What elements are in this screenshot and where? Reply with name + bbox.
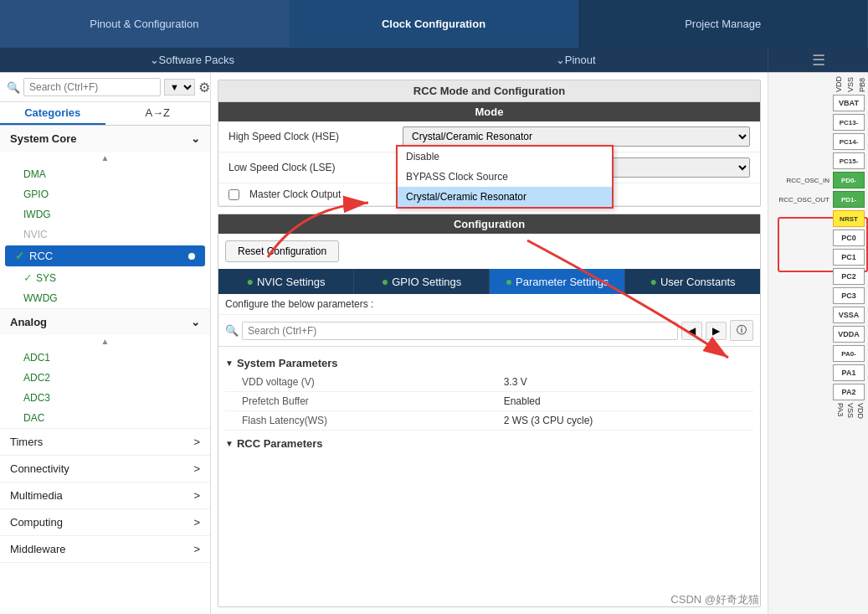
sidebar-item-sys[interactable]: ✓ SYS xyxy=(0,267,210,288)
pin-pa1-box[interactable]: PA1 xyxy=(833,364,865,381)
vss-bottom-label: VSS xyxy=(846,403,855,419)
top-tab-bar: Pinout & Configuration Clock Configurati… xyxy=(0,0,868,48)
pin-vdda: VDDA xyxy=(771,325,865,343)
tab-gpio-settings[interactable]: ● GPIO Settings xyxy=(354,269,490,294)
vdd-top-label: VDD xyxy=(835,76,843,92)
pin-vdda-box[interactable]: VDDA xyxy=(833,326,865,343)
gear-icon[interactable]: ⚙ xyxy=(198,80,210,95)
sidebar-group-computing: Computing > xyxy=(0,509,210,536)
sidebar-item-adc3[interactable]: ADC3 xyxy=(0,388,210,408)
reset-configuration-button[interactable]: Reset Configuration xyxy=(225,240,339,262)
sidebar-group-connectivity-header[interactable]: Connectivity > xyxy=(0,456,210,482)
sidebar-group-multimedia-header[interactable]: Multimedia > xyxy=(0,482,210,508)
pin-pc2-box[interactable]: PC2 xyxy=(833,268,865,285)
pa3-bottom-label: PA3 xyxy=(836,403,845,419)
sidebar-item-dma[interactable]: DMA xyxy=(0,164,210,184)
pin-pa0-box[interactable]: PA0- xyxy=(833,345,865,362)
tab-nvic-settings[interactable]: ● NVIC Settings xyxy=(218,269,354,294)
sidebar-group-middleware-header[interactable]: Middleware > xyxy=(0,536,210,562)
sub-nav-software-packs[interactable]: ⌄ Software Packs xyxy=(0,48,384,72)
hse-select[interactable]: Crystal/Ceramic Resonator xyxy=(403,126,750,147)
pin-rcc-osc-out: RCC_OSC_OUT PD1- xyxy=(771,190,865,209)
system-params-table: VDD voltage (V) 3.3 V Prefetch Buffer En… xyxy=(225,373,753,431)
sidebar-item-rcc[interactable]: ✓ RCC xyxy=(5,245,205,266)
sidebar-item-wwdg[interactable]: WWDG xyxy=(0,288,210,308)
sidebar-item-gpio[interactable]: GPIO xyxy=(0,184,210,204)
dropdown-option-crystal[interactable]: Crystal/Ceramic Resonator xyxy=(398,187,612,207)
pin-pc15: PC15- xyxy=(771,152,865,170)
pin-pc2: PC2 xyxy=(771,267,865,286)
pin-rcc-osc-in: RCC_OSC_IN PD0- xyxy=(771,171,865,189)
chip-pins: VDD VSS PB8 VBAT PC13- PC14- xyxy=(768,73,868,614)
pin-vssa-box[interactable]: VSSA xyxy=(833,307,865,323)
pin-pc0: PC0 xyxy=(771,229,865,247)
sidebar-item-adc1[interactable]: ADC1 xyxy=(0,348,210,368)
master-clock-checkbox[interactable] xyxy=(229,189,239,200)
pin-pc1-box[interactable]: PC1 xyxy=(833,249,865,266)
table-row: VDD voltage (V) 3.3 V xyxy=(225,373,753,392)
hse-row: High Speed Clock (HSE) Crystal/Ceramic R… xyxy=(218,121,760,152)
sidebar-tab-row: Categories A→Z xyxy=(0,102,210,126)
sidebar-item-dac[interactable]: DAC xyxy=(0,408,210,428)
pin-nrst-box[interactable]: NRST xyxy=(833,210,865,227)
tab-pinout[interactable]: Pinout & Configuration xyxy=(0,0,290,48)
pin-pc13-box[interactable]: PC13- xyxy=(833,114,865,131)
pin-pa2-box[interactable]: PA2 xyxy=(833,384,865,400)
sidebar-item-iwdg[interactable]: IWDG xyxy=(0,204,210,224)
sidebar-group-timers-header[interactable]: Timers > xyxy=(0,429,210,455)
sidebar-item-nvic[interactable]: NVIC xyxy=(0,224,210,245)
config-header: Configuration xyxy=(218,214,760,234)
dropdown-option-bypass[interactable]: BYPASS Clock Source xyxy=(398,167,612,187)
sidebar-group-timers: Timers > xyxy=(0,429,210,456)
tab-clock[interactable]: Clock Configuration xyxy=(290,0,579,48)
param-search-input[interactable] xyxy=(242,322,678,340)
sidebar-search-dropdown[interactable]: ▼ xyxy=(164,79,195,95)
param-name-vdd: VDD voltage (V) xyxy=(225,373,497,392)
pin-pa0: PA0- xyxy=(771,344,865,363)
vss-top-label: VSS xyxy=(846,76,855,92)
rcc-indicator xyxy=(188,253,195,260)
pin-pc0-box[interactable]: PC0 xyxy=(833,230,865,246)
top-labels: VDD VSS PB8 xyxy=(768,76,868,92)
tab-az[interactable]: A→Z xyxy=(105,102,211,125)
main-layout: 🔍 ▼ ⚙ Categories A→Z System Core ⌄ ▲ DMA xyxy=(0,73,868,614)
user-check-icon: ● xyxy=(650,275,656,288)
pin-rcc-osc-out-box[interactable]: PD1- xyxy=(833,191,865,208)
sidebar-search-bar: 🔍 ▼ ⚙ xyxy=(0,73,210,102)
param-value-prefetch: Enabled xyxy=(497,392,753,411)
tab-categories[interactable]: Categories xyxy=(0,102,105,125)
param-search-next[interactable]: ▶ xyxy=(706,322,727,340)
pin-pc14-box[interactable]: PC14- xyxy=(833,133,865,150)
pin-vssa: VSSA xyxy=(771,306,865,324)
sys-check-icon: ✓ xyxy=(23,271,33,284)
sidebar-group-computing-header[interactable]: Computing > xyxy=(0,509,210,535)
pin-rcc-osc-in-box[interactable]: PD0- xyxy=(833,172,865,188)
sidebar-group-system-core-header[interactable]: System Core ⌄ xyxy=(0,126,210,152)
toolbar-icon[interactable]: ☰ xyxy=(768,48,868,72)
param-info[interactable]: ⓘ xyxy=(730,320,753,341)
master-clock-label: Master Clock Output xyxy=(249,188,417,200)
pin-pc3-box[interactable]: PC3 xyxy=(833,287,865,304)
sidebar-group-analog-header[interactable]: Analog ⌄ xyxy=(0,309,210,335)
param-check-icon: ● xyxy=(506,275,512,288)
lse-label: Low Speed Clock (LSE) xyxy=(229,162,396,173)
config-description: Configure the below parameters : xyxy=(218,294,760,315)
hse-dropdown-list: Disable BYPASS Clock Source Crystal/Cera… xyxy=(396,145,614,209)
sidebar-search-input[interactable] xyxy=(23,78,161,96)
param-name-prefetch: Prefetch Buffer xyxy=(225,392,497,411)
param-value-vdd: 3.3 V xyxy=(497,373,753,392)
tab-user-constants[interactable]: ● User Constants xyxy=(625,269,760,294)
param-search-prev[interactable]: ◀ xyxy=(681,322,702,340)
tab-parameter-settings[interactable]: ● Parameter Settings xyxy=(490,269,625,294)
pin-pc15-box[interactable]: PC15- xyxy=(833,152,865,169)
pb8-top-label: PB8 xyxy=(858,76,866,92)
sidebar-item-adc2[interactable]: ADC2 xyxy=(0,368,210,388)
config-buttons: Reset Configuration xyxy=(218,234,760,269)
dropdown-option-disable[interactable]: Disable xyxy=(398,147,612,167)
scroll-up-arrow[interactable]: ▲ xyxy=(0,152,210,164)
sub-nav-pinout[interactable]: ⌄ Pinout xyxy=(384,48,768,72)
rcc-mode-panel: RCC Mode and Configuration Mode High Spe… xyxy=(218,80,761,207)
analog-scroll-up[interactable]: ▲ xyxy=(0,335,210,348)
pin-vbat-box[interactable]: VBAT xyxy=(833,95,865,111)
tab-project[interactable]: Project Manage xyxy=(578,0,868,48)
